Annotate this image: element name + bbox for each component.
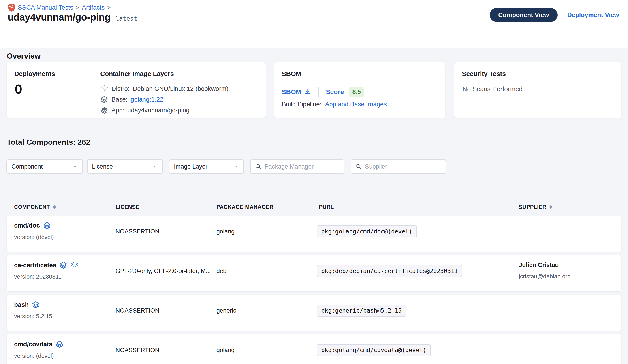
layer-label: Distro: bbox=[111, 85, 130, 92]
layer-row: Base: golang:1.22 bbox=[100, 96, 229, 103]
supplier-search[interactable] bbox=[351, 159, 446, 174]
layer-value: uday4vunnam/go-ping bbox=[128, 107, 190, 114]
purl-chip: pkg:deb/debian/ca-certificates@20230311 bbox=[317, 265, 462, 277]
purl-cell: pkg:generic/bash@5.2.15 bbox=[317, 304, 406, 317]
table-row[interactable]: cmd/covdata version: (devel) NOASSERTION… bbox=[7, 334, 621, 364]
layers-dashed-icon bbox=[71, 262, 78, 269]
component-version: version: 5.2.15 bbox=[14, 313, 52, 320]
sbom-score-badge: 8.5 bbox=[349, 87, 364, 97]
container-image-layers-label: Container Image Layers bbox=[100, 70, 174, 78]
purl-cell: pkg:golang/cmd/doc@(devel) bbox=[317, 225, 417, 238]
license-filter-dropdown[interactable]: License bbox=[87, 159, 163, 174]
license-cell: NOASSERTION bbox=[115, 228, 159, 235]
column-header-component: COMPONENT bbox=[14, 202, 57, 212]
title-row: uday4vunnam/go-ping latest bbox=[8, 12, 137, 23]
layer-value: Debian GNU/Linux 12 (bookworm) bbox=[133, 85, 229, 92]
chevron-down-icon bbox=[72, 164, 78, 170]
purl-cell: pkg:deb/debian/ca-certificates@20230311 bbox=[317, 265, 462, 277]
deployments-count: 0 bbox=[15, 81, 22, 97]
supplier-email: jcristau@debian.org bbox=[519, 273, 571, 280]
package-manager-search-input[interactable] bbox=[265, 163, 339, 170]
component-version: version: (devel) bbox=[14, 352, 64, 359]
layer-row: App: uday4vunnam/go-ping bbox=[100, 106, 229, 114]
purl-chip: pkg:golang/cmd/covdata@(devel) bbox=[317, 344, 431, 356]
table-row[interactable]: cmd/doc version: (devel) NOASSERTION gol… bbox=[7, 216, 621, 252]
breadcrumb-separator: > bbox=[107, 4, 111, 11]
component-version: version: 20230311 bbox=[14, 273, 78, 280]
purl-chip: pkg:golang/cmd/doc@(devel) bbox=[317, 225, 417, 238]
purl-chip: pkg:generic/bash@5.2.15 bbox=[317, 304, 406, 317]
package-manager-cell: golang bbox=[216, 347, 235, 354]
view-toggle: Component View Deployment View bbox=[490, 8, 619, 22]
container-image-layers-list: Distro: Debian GNU/Linux 12 (bookworm) B… bbox=[100, 85, 229, 114]
build-pipeline-link[interactable]: App and Base Images bbox=[325, 101, 387, 108]
layers-icon bbox=[32, 301, 40, 308]
base-layer-icon bbox=[100, 96, 108, 103]
layer-label: App: bbox=[111, 107, 124, 114]
layer-value-link[interactable]: golang:1.22 bbox=[131, 96, 163, 103]
component-view-button[interactable]: Component View bbox=[490, 8, 557, 22]
supplier-search-input[interactable] bbox=[365, 163, 441, 170]
ssca-shield-icon bbox=[8, 3, 15, 12]
layers-icon bbox=[43, 222, 51, 229]
component-cell: ca-certificates version: 20230311 bbox=[14, 262, 78, 280]
security-tests-card: Security Tests No Scans Performed bbox=[454, 62, 621, 118]
sort-icon[interactable] bbox=[549, 204, 553, 210]
search-icon bbox=[255, 163, 261, 170]
package-manager-search[interactable] bbox=[250, 159, 344, 174]
sbom-score-label: Score bbox=[326, 88, 344, 96]
overview-heading: Overview bbox=[7, 52, 41, 60]
deployments-label: Deployments bbox=[14, 70, 55, 78]
layer-row: Distro: Debian GNU/Linux 12 (bookworm) bbox=[100, 85, 229, 93]
column-header-license: LICENSE bbox=[115, 202, 140, 212]
component-cell: cmd/covdata version: (devel) bbox=[14, 341, 64, 359]
chevron-down-icon bbox=[152, 164, 158, 170]
total-components-heading: Total Components: 262 bbox=[7, 138, 90, 146]
package-manager-cell: golang bbox=[216, 228, 235, 235]
layer-label: Base: bbox=[111, 96, 128, 103]
deployment-view-button[interactable]: Deployment View bbox=[567, 11, 619, 19]
component-version: version: (devel) bbox=[14, 234, 54, 241]
build-pipeline-label: Build Pipeline: bbox=[282, 101, 321, 108]
image-layer-filter-dropdown[interactable]: Image Layer bbox=[169, 159, 244, 174]
search-icon bbox=[356, 163, 362, 170]
component-name: cmd/covdata bbox=[14, 341, 52, 348]
component-name: cmd/doc bbox=[14, 222, 40, 229]
sbom-card: SBOM SBOM Score 8.5 Build Pipeline: App … bbox=[274, 62, 445, 118]
layers-icon bbox=[59, 262, 67, 269]
component-cell: bash version: 5.2.15 bbox=[14, 301, 52, 320]
build-pipeline-row: Build Pipeline: App and Base Images bbox=[282, 101, 387, 108]
components-table-body: cmd/doc version: (devel) NOASSERTION gol… bbox=[7, 216, 621, 364]
layers-icon bbox=[56, 341, 64, 348]
package-manager-cell: generic bbox=[216, 307, 236, 314]
breadcrumb-link-ssca[interactable]: SSCA Manual Tests bbox=[18, 4, 73, 11]
table-row[interactable]: ca-certificates version: 20230311 GPL-2.… bbox=[7, 255, 621, 291]
supplier-name: Julien Cristau bbox=[519, 262, 571, 269]
license-cell: NOASSERTION bbox=[115, 307, 159, 314]
breadcrumb-separator: > bbox=[76, 4, 79, 11]
table-header: COMPONENT LICENSE PACKAGE MANAGER PURL S… bbox=[0, 202, 628, 212]
page-title: uday4vunnam/go-ping bbox=[8, 12, 111, 23]
content-panel: Overview Deployments Container Image Lay… bbox=[0, 48, 628, 364]
component-name: ca-certificates bbox=[14, 262, 56, 269]
download-icon bbox=[304, 89, 311, 95]
sbom-score-row: SBOM Score 8.5 bbox=[282, 87, 364, 97]
page-header: SSCA Manual Tests > Artifacts > uday4vun… bbox=[0, 0, 628, 48]
divider bbox=[318, 87, 319, 97]
security-tests-status: No Scans Performed bbox=[462, 85, 523, 93]
component-filter-dropdown[interactable]: Component bbox=[6, 159, 83, 174]
purl-cell: pkg:golang/cmd/covdata@(devel) bbox=[317, 344, 431, 356]
security-tests-label: Security Tests bbox=[462, 70, 506, 78]
license-cell: NOASSERTION bbox=[115, 347, 159, 354]
sort-icon[interactable] bbox=[52, 204, 57, 210]
app-layer-icon bbox=[100, 107, 108, 114]
table-row[interactable]: bash version: 5.2.15 NOASSERTION generic… bbox=[7, 295, 621, 331]
ssca-shield-icon bbox=[8, 3, 15, 12]
breadcrumb: SSCA Manual Tests > Artifacts > bbox=[8, 3, 111, 12]
column-header-supplier: SUPPLIER bbox=[519, 202, 553, 212]
sbom-download-link[interactable]: SBOM bbox=[282, 88, 311, 96]
filters-row: Component License Image Layer bbox=[0, 159, 628, 174]
component-name: bash bbox=[14, 301, 29, 308]
breadcrumb-link-artifacts[interactable]: Artifacts bbox=[82, 4, 104, 11]
component-cell: cmd/doc version: (devel) bbox=[14, 222, 54, 241]
